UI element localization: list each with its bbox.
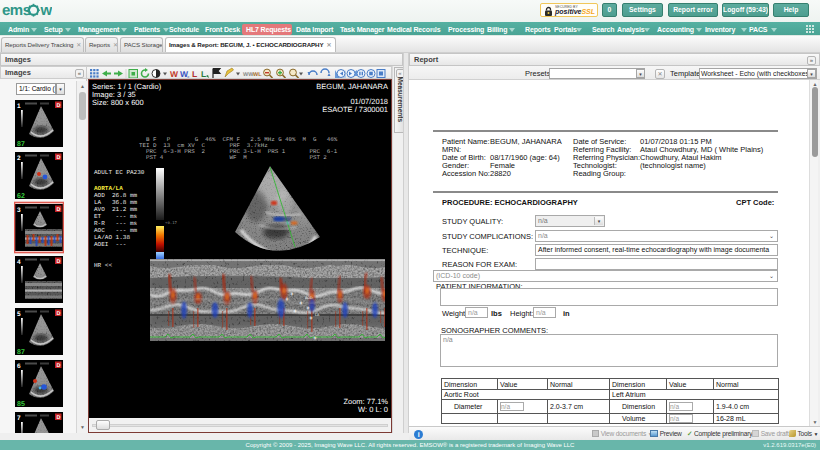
- svg-text:HR <<: HR <<: [94, 262, 112, 269]
- svg-text:+: +: [285, 297, 289, 303]
- svg-text:ET --- ms: ET --- ms: [94, 213, 138, 220]
- svg-text:7: 7: [17, 415, 21, 422]
- svg-text:AOD 26.8 mm: AOD 26.8 mm: [94, 192, 138, 199]
- svg-text:Size: 800 x 600: Size: 800 x 600: [92, 98, 144, 107]
- svg-text:L: L: [201, 69, 206, 79]
- svg-text:D: D: [57, 155, 61, 161]
- svg-text:+: +: [309, 316, 313, 322]
- svg-text:LA 36.8 mm: LA 36.8 mm: [94, 199, 138, 206]
- svg-text:3: 3: [17, 207, 21, 214]
- svg-text:D: D: [57, 311, 61, 317]
- svg-text:AORTA/LA: AORTA/LA: [94, 185, 123, 192]
- svg-text:+: +: [299, 301, 303, 307]
- svg-text:+: +: [290, 292, 294, 298]
- svg-text:D: D: [57, 363, 61, 369]
- svg-text:4: 4: [17, 259, 21, 266]
- svg-text:85: 85: [17, 401, 25, 408]
- svg-text:87: 87: [17, 141, 25, 148]
- svg-text:w: w: [40, 2, 53, 19]
- svg-text:AOC --- mm: AOC --- mm: [94, 227, 138, 234]
- svg-text:D: D: [57, 103, 61, 109]
- svg-text:+: +: [293, 309, 297, 315]
- svg-text:ESAOTE / 7300001: ESAOTE / 7300001: [322, 105, 388, 114]
- svg-text:AVO 21.2 mm: AVO 21.2 mm: [94, 206, 138, 213]
- svg-text:W: 0 L: 0: W: 0 L: 0: [358, 405, 388, 414]
- svg-text:L: L: [192, 69, 197, 79]
- svg-text:WL: WL: [253, 72, 262, 78]
- svg-text:BEGUM, JAHANARA: BEGUM, JAHANARA: [316, 82, 388, 91]
- svg-text:2: 2: [17, 155, 21, 162]
- svg-text:AOEI ---: AOEI ---: [94, 241, 126, 248]
- svg-text:D: D: [57, 415, 61, 421]
- svg-text:87: 87: [17, 349, 25, 356]
- svg-text:LA/AO 1.38: LA/AO 1.38: [94, 234, 130, 241]
- svg-text:ADULT EC PA230: ADULT EC PA230: [94, 169, 145, 176]
- svg-text:+: +: [306, 306, 310, 312]
- svg-text:D: D: [57, 259, 61, 265]
- svg-text:ems: ems: [2, 2, 31, 19]
- svg-text:D: D: [57, 207, 61, 213]
- svg-text:W: W: [170, 69, 179, 79]
- svg-text:+0.17: +0.17: [165, 221, 178, 226]
- svg-text:1: 1: [17, 103, 21, 110]
- svg-text:LA: LA: [315, 313, 320, 317]
- svg-text:62: 62: [17, 193, 25, 200]
- svg-text:6: 6: [17, 363, 21, 370]
- svg-text:5: 5: [17, 311, 21, 318]
- svg-text:AOD: AOD: [305, 296, 313, 300]
- svg-text:+: +: [313, 336, 317, 342]
- svg-text:PST 4 WF M: PST 4 WF M PST 2: [139, 154, 327, 161]
- svg-text:R-R --- ms: R-R --- ms: [94, 220, 138, 227]
